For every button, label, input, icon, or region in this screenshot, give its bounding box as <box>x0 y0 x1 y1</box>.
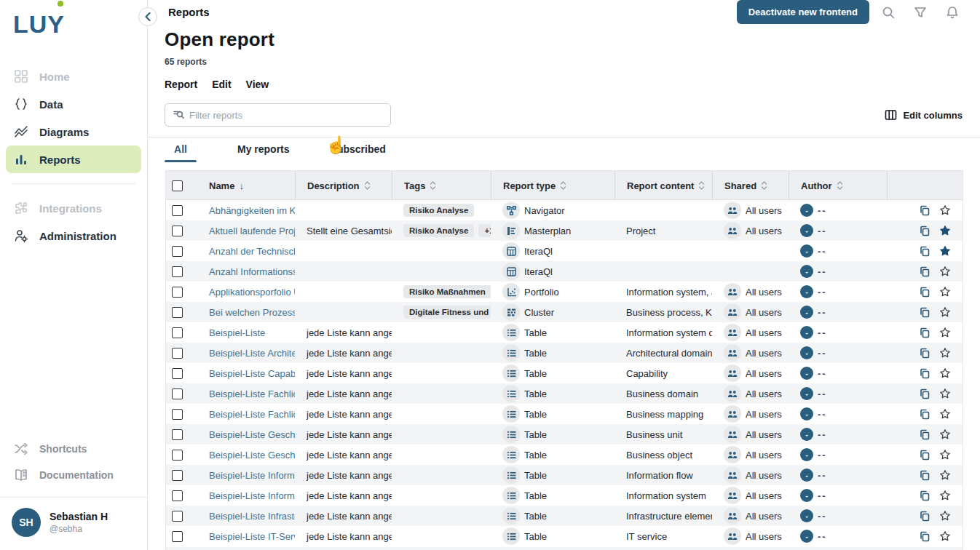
favorite-star-icon[interactable] <box>939 449 951 461</box>
row-checkbox[interactable] <box>172 409 183 420</box>
report-name-link[interactable]: Bei welchen Prozessen... <box>209 307 295 318</box>
duplicate-report-icon[interactable] <box>919 469 930 481</box>
duplicate-report-icon[interactable] <box>919 204 930 216</box>
row-checkbox[interactable] <box>172 388 183 399</box>
favorite-star-icon[interactable] <box>939 327 951 338</box>
report-name-link[interactable]: Beispiel-Liste Informati... <box>209 490 295 501</box>
sidebar-item-home[interactable]: Home <box>6 63 141 90</box>
filter-reports-input[interactable] <box>189 110 383 121</box>
favorite-star-icon[interactable] <box>939 510 951 522</box>
row-checkbox[interactable] <box>172 450 183 461</box>
favorite-star-icon[interactable] <box>939 490 951 501</box>
row-checkbox[interactable] <box>172 287 183 298</box>
luy-logo[interactable]: LUY <box>0 0 147 44</box>
report-name-link[interactable]: Beispiel-Liste Fachlich... <box>209 388 295 399</box>
duplicate-report-icon[interactable] <box>919 286 930 298</box>
duplicate-report-icon[interactable] <box>919 388 930 399</box>
author-cell: - -- <box>789 261 887 282</box>
sidebar-item-documentation[interactable]: Documentation <box>0 462 147 488</box>
favorite-star-icon[interactable] <box>939 225 951 236</box>
favorite-star-icon[interactable] <box>939 306 951 318</box>
column-header-tags[interactable]: Tags <box>392 171 491 200</box>
favorite-star-icon[interactable] <box>939 408 951 420</box>
bell-icon[interactable] <box>939 1 965 24</box>
report-name-link[interactable]: Anzahl der Technische... <box>209 246 295 257</box>
column-header-report-type[interactable]: Report type <box>491 171 615 200</box>
sidebar-item-shortcuts[interactable]: Shortcuts <box>0 436 147 462</box>
favorite-star-icon[interactable] <box>939 429 951 440</box>
column-header-description[interactable]: Description <box>295 171 392 200</box>
tab-all[interactable]: All <box>165 138 197 162</box>
row-checkbox[interactable] <box>172 246 183 257</box>
column-header-report-content[interactable]: Report content <box>615 171 712 200</box>
favorite-star-icon[interactable] <box>939 347 951 359</box>
sidebar-item-reports[interactable]: Reports <box>6 146 141 173</box>
favorite-star-icon[interactable] <box>939 367 951 379</box>
column-header-author[interactable]: Author <box>789 171 887 200</box>
row-checkbox[interactable] <box>172 348 183 359</box>
report-name-link[interactable]: Abhängigkeiten im Kon... <box>209 205 295 216</box>
report-name-link[interactable]: Beispiel-Liste Fachlich... <box>209 409 295 420</box>
filter-icon[interactable] <box>907 1 933 24</box>
row-checkbox[interactable] <box>172 327 183 338</box>
duplicate-report-icon[interactable] <box>919 429 930 440</box>
report-name-link[interactable]: Anzahl Informationssy... <box>209 266 295 277</box>
report-name-link[interactable]: Beispiel-Liste Informati... <box>209 470 295 481</box>
report-name-link[interactable]: Beispiel-Liste Geschäft... <box>209 429 295 440</box>
menu-edit[interactable]: Edit <box>212 79 231 90</box>
favorite-star-icon[interactable] <box>939 204 951 216</box>
deactivate-new-frontend-button[interactable]: Deactivate new frontend <box>737 0 869 24</box>
row-checkbox[interactable] <box>172 205 183 216</box>
row-checkbox[interactable] <box>172 429 183 440</box>
sidebar-item-data[interactable]: Data <box>6 90 141 118</box>
sidebar-item-diagrams[interactable]: Diagrams <box>6 118 141 146</box>
report-name-link[interactable]: Beispiel-Liste Geschäft... <box>209 450 295 461</box>
report-name-link[interactable]: Beispiel-Liste IT-Servic... <box>209 531 295 542</box>
row-checkbox[interactable] <box>172 470 183 481</box>
column-header-shared[interactable]: Shared <box>712 171 789 200</box>
duplicate-report-icon[interactable] <box>919 408 930 420</box>
duplicate-report-icon[interactable] <box>919 245 930 257</box>
tab-my-reports[interactable]: My reports <box>237 138 290 162</box>
duplicate-report-icon[interactable] <box>919 306 930 318</box>
row-checkbox[interactable] <box>172 490 183 501</box>
tab-subscribed[interactable]: Subscribed <box>331 138 386 162</box>
report-name-link[interactable]: Beispiel-Liste Capability <box>209 368 295 379</box>
row-checkbox[interactable] <box>172 226 183 236</box>
duplicate-report-icon[interactable] <box>919 327 930 338</box>
report-name-link[interactable]: Beispiel-Liste Architekt... <box>209 348 295 359</box>
search-icon[interactable] <box>875 1 901 24</box>
favorite-star-icon[interactable] <box>939 245 951 257</box>
favorite-star-icon[interactable] <box>939 530 951 542</box>
row-checkbox[interactable] <box>172 531 183 542</box>
row-checkbox[interactable] <box>172 511 183 522</box>
edit-columns-button[interactable]: Edit columns <box>885 109 963 121</box>
favorite-star-icon[interactable] <box>939 286 951 298</box>
duplicate-report-icon[interactable] <box>919 367 930 379</box>
report-name-link[interactable]: Beispiel-Liste Infrastru... <box>209 511 295 522</box>
sidebar-collapse-button[interactable] <box>138 7 157 26</box>
menu-report[interactable]: Report <box>165 79 197 90</box>
user-profile[interactable]: SH Sebastian H @sebha <box>0 497 147 550</box>
column-header-name[interactable]: Name↓ <box>197 171 295 200</box>
favorite-star-icon[interactable] <box>939 388 951 399</box>
row-checkbox[interactable] <box>172 266 183 277</box>
duplicate-report-icon[interactable] <box>919 347 930 359</box>
report-name-link[interactable]: Beispiel-Liste <box>209 327 265 338</box>
duplicate-report-icon[interactable] <box>919 225 930 236</box>
report-name-link[interactable]: Applikationsporfolio Ü... <box>209 287 295 298</box>
row-checkbox[interactable] <box>172 368 183 379</box>
duplicate-report-icon[interactable] <box>919 266 930 277</box>
duplicate-report-icon[interactable] <box>919 530 930 542</box>
duplicate-report-icon[interactable] <box>919 490 930 501</box>
select-all-checkbox[interactable] <box>172 180 183 191</box>
favorite-star-icon[interactable] <box>939 266 951 277</box>
sidebar-item-integrations[interactable]: Integrations <box>6 194 141 222</box>
row-checkbox[interactable] <box>172 307 183 318</box>
sidebar-item-administration[interactable]: Administration <box>6 222 141 250</box>
favorite-star-icon[interactable] <box>939 469 951 481</box>
duplicate-report-icon[interactable] <box>919 449 930 461</box>
menu-view[interactable]: View <box>246 79 269 90</box>
report-name-link[interactable]: Aktuell laufende Projek... <box>209 226 295 236</box>
duplicate-report-icon[interactable] <box>919 510 930 522</box>
